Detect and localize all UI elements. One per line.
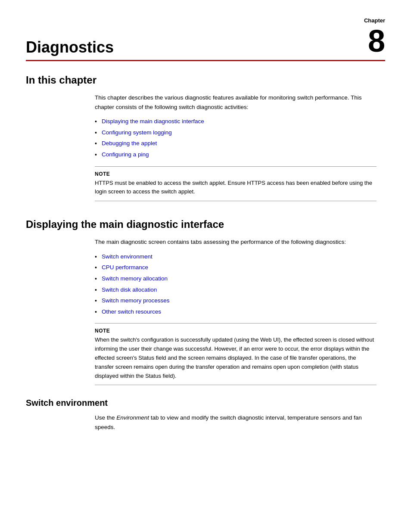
link-switch-memory-allocation[interactable]: Switch memory allocation (102, 275, 168, 282)
switch-environment-content: Use the Environment tab to view and modi… (95, 413, 377, 432)
note-text-webui: When the switch's configuration is succe… (95, 336, 377, 380)
in-this-chapter-title: In this chapter (26, 74, 385, 86)
list-item: CPU performance (95, 263, 377, 272)
link-switch-disk-allocation[interactable]: Switch disk allocation (102, 286, 157, 293)
list-item: Configuring system logging (95, 128, 377, 137)
chapter-label: Chapter (26, 17, 385, 24)
list-item: Switch memory allocation (95, 274, 377, 283)
list-item: Switch memory processes (95, 296, 377, 305)
list-item: Switch environment (95, 252, 377, 261)
displaying-section-intro: The main diagnostic screen contains tabs… (95, 237, 377, 247)
diagnostics-list: Switch environment CPU performance Switc… (95, 252, 377, 317)
in-this-chapter-section: In this chapter This chapter describes t… (26, 74, 385, 201)
link-cpu-performance[interactable]: CPU performance (102, 264, 148, 271)
chapter-title: Diagnostics (26, 38, 114, 56)
list-item: Other switch resources (95, 307, 377, 317)
switch-environment-intro: Use the Environment tab to view and modi… (95, 413, 377, 432)
list-item: Debugging the applet (95, 139, 377, 148)
link-switch-memory-processes[interactable]: Switch memory processes (102, 297, 170, 304)
link-displaying-main[interactable]: Displaying the main diagnostic interface (102, 118, 204, 124)
note-box-webui: NOTE When the switch's configuration is … (95, 323, 377, 385)
note-box-https: NOTE HTTPS must be enabled to access the… (95, 166, 377, 202)
displaying-section: Displaying the main diagnostic interface… (26, 218, 385, 385)
switch-environment-intro-start: Use the (95, 414, 116, 421)
in-this-chapter-intro: This chapter describes the various diagn… (95, 93, 377, 112)
switch-environment-intro-italic: Environment (116, 414, 149, 421)
note-label-https: NOTE (95, 171, 377, 177)
list-item: Configuring a ping (95, 150, 377, 159)
link-switch-environment[interactable]: Switch environment (102, 253, 153, 260)
link-configuring-ping[interactable]: Configuring a ping (102, 151, 149, 158)
link-debugging-applet[interactable]: Debugging the applet (102, 140, 157, 146)
chapter-header: Diagnostics 8 (26, 25, 385, 61)
switch-environment-section: Switch environment Use the Environment t… (26, 398, 385, 432)
switch-environment-title: Switch environment (26, 398, 385, 408)
in-this-chapter-list: Displaying the main diagnostic interface… (95, 117, 377, 159)
displaying-section-title: Displaying the main diagnostic interface (26, 218, 385, 230)
list-item: Displaying the main diagnostic interface (95, 117, 377, 126)
list-item: Switch disk allocation (95, 285, 377, 295)
displaying-section-content: The main diagnostic screen contains tabs… (95, 237, 377, 385)
note-label-webui: NOTE (95, 328, 377, 334)
chapter-number: 8 (368, 25, 385, 56)
link-configuring-logging[interactable]: Configuring system logging (102, 129, 172, 136)
note-text-https: HTTPS must be enabled to access the swit… (95, 179, 377, 197)
in-this-chapter-content: This chapter describes the various diagn… (95, 93, 377, 201)
link-other-switch-resources[interactable]: Other switch resources (102, 308, 161, 315)
